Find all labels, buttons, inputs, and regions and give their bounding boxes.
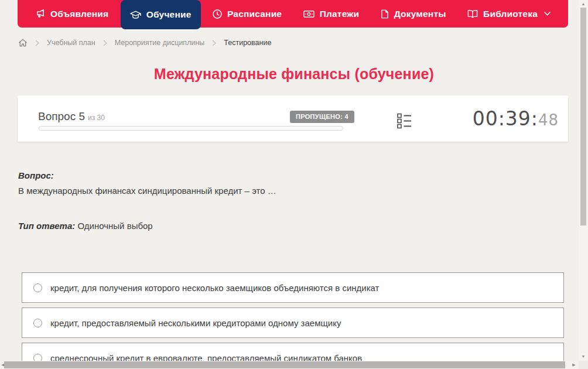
breadcrumb-testing: Тестирование bbox=[224, 39, 271, 47]
progress-bar bbox=[39, 126, 343, 131]
nav-item-label: Документы bbox=[394, 9, 446, 19]
graduation-cap-icon bbox=[130, 10, 141, 19]
open-book-icon bbox=[467, 9, 478, 18]
answer-option-2[interactable]: кредит, предоставляемый несколькими кред… bbox=[22, 308, 564, 338]
nav-item-library[interactable]: Библиотека bbox=[458, 0, 560, 28]
vertical-scrollbar-thumb[interactable] bbox=[580, 8, 586, 226]
nav-item-label: Расписание bbox=[227, 9, 282, 19]
megaphone-icon bbox=[35, 9, 45, 19]
answer-option-1[interactable]: кредит, для получения которого несколько… bbox=[22, 272, 564, 303]
home-icon[interactable] bbox=[18, 38, 28, 47]
timer-seconds: 48 bbox=[538, 111, 559, 129]
timer: 00:39:48 bbox=[473, 107, 559, 130]
answer-type-value: Одиночный выбор bbox=[77, 221, 152, 231]
answer-type: Тип ответа: Одиночный выбор bbox=[18, 221, 563, 231]
chevron-down-icon bbox=[544, 12, 551, 16]
scroll-up-arrow[interactable]: ▲ bbox=[579, 1, 588, 7]
answer-type-label: Тип ответа: bbox=[18, 221, 75, 231]
question-body: Вопрос: В международных финансах синдици… bbox=[18, 170, 563, 231]
answer-options: кредит, для получения которого несколько… bbox=[22, 272, 564, 369]
horizontal-scrollbar-thumb[interactable] bbox=[4, 361, 565, 368]
breadcrumb: Учебный план Мероприятие дисциплины Тест… bbox=[18, 36, 271, 49]
question-of-total: из 30 bbox=[88, 114, 105, 122]
top-nav: Объявления Обучение Расписание bbox=[18, 0, 568, 28]
page-title: Международные финансы (обучение) bbox=[0, 66, 588, 83]
question-label: Вопрос: bbox=[18, 170, 563, 180]
breadcrumb-discipline-event[interactable]: Мероприятие дисциплины bbox=[115, 39, 205, 47]
question-number: Вопрос 5из 30 bbox=[38, 110, 105, 123]
radio-button[interactable] bbox=[33, 319, 42, 327]
scrollbar-corner bbox=[579, 361, 588, 369]
breadcrumb-curriculum[interactable]: Учебный план bbox=[47, 39, 95, 47]
document-icon bbox=[381, 9, 389, 19]
nav-item-payments[interactable]: Платежи bbox=[294, 0, 369, 28]
nav-item-announcements[interactable]: Объявления bbox=[26, 0, 118, 28]
nav-item-learning[interactable]: Обучение bbox=[121, 0, 201, 29]
skipped-badge: ПРОПУЩЕНО: 4 bbox=[290, 111, 354, 123]
chevron-right-icon bbox=[103, 40, 107, 46]
nav-item-documents[interactable]: Документы bbox=[371, 0, 456, 28]
chevron-right-icon bbox=[35, 40, 39, 46]
radio-button[interactable] bbox=[33, 283, 42, 292]
vertical-scrollbar[interactable]: ▲ ▼ bbox=[579, 0, 588, 361]
question-list-icon[interactable] bbox=[396, 112, 412, 129]
question-text: В международных финансах синдицированный… bbox=[18, 186, 563, 196]
scroll-right-arrow[interactable]: ▶ bbox=[570, 362, 577, 368]
nav-item-label: Библиотека bbox=[483, 9, 538, 19]
horizontal-scrollbar[interactable]: ◀ ▶ bbox=[0, 361, 579, 369]
timer-minutes: 00:39: bbox=[473, 107, 538, 130]
clock-icon bbox=[213, 9, 222, 19]
scroll-down-arrow[interactable]: ▼ bbox=[579, 354, 588, 360]
banknote-icon bbox=[303, 10, 314, 18]
nav-item-label: Объявления bbox=[50, 9, 108, 19]
question-header-card: Вопрос 5из 30 ПРОПУЩЕНО: 4 00:39:48 bbox=[18, 95, 568, 142]
nav-item-label: Платежи bbox=[320, 9, 360, 19]
nav-item-label: Обучение bbox=[146, 9, 192, 20]
option-label: кредит, для получения которого несколько… bbox=[50, 283, 379, 293]
chevron-right-icon bbox=[212, 40, 216, 46]
nav-item-schedule[interactable]: Расписание bbox=[203, 0, 291, 28]
option-label: кредит, предоставляемый несколькими кред… bbox=[50, 318, 341, 328]
